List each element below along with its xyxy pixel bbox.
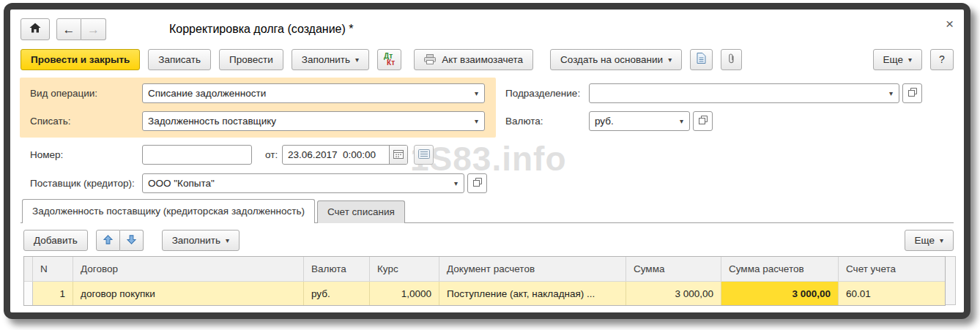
header-currency: Валюта xyxy=(304,257,370,281)
page-title: Корректировка долга (создание) * xyxy=(169,18,354,36)
date-label: от: xyxy=(265,145,278,165)
header-n: N xyxy=(33,257,73,281)
department-input[interactable]: ▾ xyxy=(589,83,899,103)
grid-fill-label: Заполнить xyxy=(172,235,220,246)
cell-account[interactable]: 60.01 xyxy=(839,282,943,305)
header-account: Счет учета xyxy=(839,257,943,281)
journal-icon xyxy=(418,149,430,161)
cell-rate[interactable]: 1,0000 xyxy=(370,282,439,305)
home-icon xyxy=(29,23,41,36)
operation-kind-label: Вид операции: xyxy=(30,83,97,103)
write-off-select[interactable]: Задолженность поставщику ▾ xyxy=(142,111,485,131)
main-toolbar: Провести и закрыть Записать Провести Зап… xyxy=(21,48,954,70)
header-rate: Курс xyxy=(370,257,439,281)
more-label: Еще xyxy=(883,54,903,65)
supplier-value: ООО "Копыта" xyxy=(143,178,448,189)
cell-settlement-amount-selected[interactable]: 3 000,00 xyxy=(721,282,839,305)
chevron-down-icon: ▾ xyxy=(226,236,229,244)
row-marker-cell[interactable] xyxy=(24,282,33,305)
offset-act-button[interactable]: Акт взаимозачета xyxy=(414,49,533,70)
table-header-row: N Договор Валюта Курс Документ расчетов … xyxy=(24,257,945,281)
header-settlement-amount: Сумма расчетов xyxy=(721,257,839,281)
close-icon[interactable]: × xyxy=(946,17,954,31)
date-value: 23.06.2017 0:00:00 xyxy=(283,149,389,160)
header-settlement-document: Документ расчетов xyxy=(439,257,626,281)
supplier-select[interactable]: ООО "Копыта" ▾ xyxy=(142,173,464,193)
header-contract: Договор xyxy=(73,257,304,281)
document-header-form: 1S83.info Вид операции: Списание задолже… xyxy=(10,76,964,198)
move-row-group xyxy=(96,230,144,251)
move-row-up-button[interactable] xyxy=(96,230,120,251)
nav-history-group: ← → xyxy=(56,18,106,40)
grid-more-label: Еще xyxy=(915,235,935,246)
chevron-down-icon: ▾ xyxy=(355,56,359,64)
grid-area: N Договор Валюта Курс Документ расчетов … xyxy=(23,256,964,306)
chevron-down-icon[interactable]: ▾ xyxy=(883,84,899,102)
chevron-down-icon[interactable]: ▾ xyxy=(674,112,689,130)
grid-more-dropdown-button[interactable]: Еще ▾ xyxy=(905,230,954,251)
chevron-down-icon[interactable]: ▾ xyxy=(469,112,484,130)
help-button[interactable]: ? xyxy=(930,49,954,70)
debt-table: N Договор Валюта Курс Документ расчетов … xyxy=(23,256,946,306)
chevron-down-icon: ▾ xyxy=(668,56,672,64)
journal-button[interactable] xyxy=(414,145,434,165)
fill-label: Заполнить xyxy=(302,54,350,65)
debit-credit-icon: Дт Кт xyxy=(384,53,395,66)
move-row-down-button[interactable] xyxy=(120,230,144,251)
cell-contract[interactable]: договор покупки xyxy=(73,282,304,305)
tab-supplier-debt[interactable]: Задолженность поставщику (кредиторская з… xyxy=(22,199,315,223)
arrow-down-icon xyxy=(127,235,136,247)
title-bar: ← → Корректировка долга (создание) * × xyxy=(10,10,964,42)
back-icon: ← xyxy=(63,23,75,36)
write-off-label: Списать: xyxy=(30,111,71,131)
post-button[interactable]: Провести xyxy=(219,49,283,70)
chevron-down-icon: ▾ xyxy=(908,56,912,64)
create-on-basis-button[interactable]: Создать на основании ▾ xyxy=(550,49,682,70)
printer-icon xyxy=(424,54,436,64)
open-in-list-icon xyxy=(473,178,482,189)
add-row-button[interactable]: Добавить xyxy=(23,230,88,251)
fill-dropdown-button[interactable]: Заполнить ▾ xyxy=(292,49,369,70)
show-postings-button[interactable]: Дт Кт xyxy=(377,49,401,70)
reports-button[interactable] xyxy=(690,49,713,70)
currency-select[interactable]: руб. ▾ xyxy=(589,111,690,131)
watermark: 1S83.info xyxy=(410,139,567,179)
table-row: 1 договор покупки руб. 1,0000 Поступлени… xyxy=(24,281,945,305)
cell-row-number[interactable]: 1 xyxy=(33,282,73,305)
vertical-scrollbar[interactable] xyxy=(946,256,956,305)
write-off-value: Задолженность поставщику xyxy=(143,116,469,127)
forward-icon: → xyxy=(87,23,100,36)
more-dropdown-button[interactable]: Еще ▾ xyxy=(873,49,923,70)
grid-fill-dropdown-button[interactable]: Заполнить ▾ xyxy=(162,230,240,251)
chevron-down-icon[interactable]: ▾ xyxy=(469,84,484,102)
chevron-down-icon[interactable]: ▾ xyxy=(448,174,464,192)
number-input[interactable] xyxy=(142,145,252,165)
department-open-button[interactable] xyxy=(902,83,922,103)
forward-button[interactable]: → xyxy=(81,18,106,40)
currency-open-button[interactable] xyxy=(693,111,713,131)
cell-settlement-document[interactable]: Поступление (акт, накладная) ... xyxy=(439,282,626,305)
open-in-list-icon xyxy=(908,88,917,99)
header-amount: Сумма xyxy=(626,257,721,281)
home-button[interactable] xyxy=(21,18,50,40)
cell-currency[interactable]: руб. xyxy=(304,282,370,305)
number-label: Номер: xyxy=(30,145,63,165)
document-icon xyxy=(697,53,706,66)
calendar-button[interactable] xyxy=(389,146,407,164)
date-input[interactable]: 23.06.2017 0:00:00 xyxy=(282,145,408,165)
save-button[interactable]: Записать xyxy=(148,49,211,70)
cell-amount[interactable]: 3 000,00 xyxy=(626,282,721,305)
open-in-list-icon xyxy=(699,116,708,127)
post-and-close-button[interactable]: Провести и закрыть xyxy=(21,49,140,70)
attachments-button[interactable] xyxy=(721,49,742,70)
operation-kind-select[interactable]: Списание задолженности ▾ xyxy=(142,83,485,103)
grid-toolbar: Добавить Заполнить ▾ Еще xyxy=(23,230,954,251)
document-window: ← → Корректировка долга (создание) * × П… xyxy=(10,10,964,312)
tab-bar: Задолженность поставщику (кредиторская з… xyxy=(21,199,954,223)
supplier-open-button[interactable] xyxy=(467,173,487,193)
back-button[interactable]: ← xyxy=(56,18,81,40)
header-marker-cell xyxy=(24,257,33,281)
tab-writeoff-account[interactable]: Счет списания xyxy=(317,200,405,223)
department-label: Подразделение: xyxy=(505,83,580,103)
create-on-basis-label: Создать на основании xyxy=(560,54,663,65)
